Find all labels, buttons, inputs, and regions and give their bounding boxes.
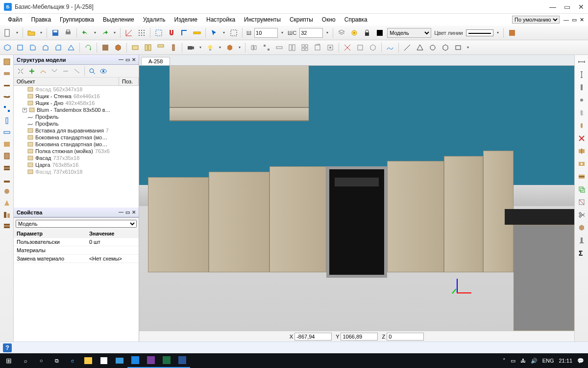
menu-select[interactable]: Выделение xyxy=(99,15,138,24)
vertical-icon[interactable] xyxy=(2,116,12,126)
dowel-icon[interactable] xyxy=(577,121,587,131)
open-button[interactable] xyxy=(26,27,37,38)
remove-op-icon[interactable] xyxy=(577,197,587,207)
profile-icon[interactable] xyxy=(2,92,12,102)
tree-link3-icon[interactable] xyxy=(61,66,71,76)
close-button[interactable]: ✕ xyxy=(578,3,584,11)
panel-pin[interactable]: ▭ xyxy=(125,57,130,62)
view-left-button[interactable] xyxy=(27,42,38,53)
mdi-close[interactable]: ✕ xyxy=(580,17,584,23)
fastener2-icon[interactable] xyxy=(577,95,587,105)
color-swatch[interactable] xyxy=(374,27,385,38)
rect-button[interactable] xyxy=(453,42,464,53)
view-persp-button[interactable] xyxy=(66,42,76,53)
menu-settings[interactable]: Настройка xyxy=(202,15,239,24)
material-wood-button[interactable] xyxy=(100,42,111,53)
panel-close[interactable]: ✕ xyxy=(132,57,136,62)
taskbar-app2[interactable] xyxy=(143,353,159,368)
tray-volume-icon[interactable]: 🔊 xyxy=(531,358,538,364)
render-button[interactable] xyxy=(224,42,235,53)
grid-button[interactable] xyxy=(136,27,147,38)
assembly-icon[interactable] xyxy=(2,210,12,220)
camera-button[interactable] xyxy=(185,42,196,53)
material-box-button[interactable] xyxy=(113,42,123,53)
rotate-view-button[interactable] xyxy=(83,42,94,53)
tree-row[interactable]: Фасад 562x347x18 xyxy=(14,86,139,93)
taskbar-word[interactable] xyxy=(174,353,190,368)
board-icon[interactable] xyxy=(2,69,12,79)
scissors-icon[interactable] xyxy=(577,210,587,220)
part-4-button[interactable] xyxy=(168,42,179,53)
coord-z[interactable] xyxy=(387,333,424,341)
part-3-button[interactable] xyxy=(155,42,166,53)
taskbar-edge[interactable]: e xyxy=(65,353,80,368)
tree-link2-icon[interactable] xyxy=(49,66,59,76)
drawer-icon[interactable] xyxy=(2,163,12,173)
part-2-button[interactable] xyxy=(143,42,153,53)
taskbar-cortana[interactable]: ○ xyxy=(33,353,49,368)
mdi-minimize[interactable]: — xyxy=(564,17,569,23)
align-button[interactable] xyxy=(274,42,285,53)
panel-minimize[interactable]: — xyxy=(119,57,123,62)
door-icon[interactable] xyxy=(2,151,12,161)
array-button[interactable] xyxy=(261,42,272,53)
menu-help[interactable]: Справка xyxy=(341,15,371,24)
tray-up-icon[interactable]: ˄ xyxy=(503,358,506,364)
minimize-button[interactable]: — xyxy=(549,3,556,11)
groove-icon[interactable] xyxy=(577,172,587,182)
menu-tools[interactable]: Инструменты xyxy=(240,15,285,24)
tree-link1-icon[interactable] xyxy=(38,66,48,76)
delete-fastener-icon[interactable] xyxy=(577,133,587,143)
material-button[interactable] xyxy=(507,27,517,38)
ws-input[interactable] xyxy=(299,28,323,38)
view-right-button[interactable] xyxy=(53,42,64,53)
tree-row[interactable]: Профиль xyxy=(14,113,139,120)
new-file-button[interactable] xyxy=(2,27,13,38)
edge-icon[interactable] xyxy=(2,80,12,90)
split-button[interactable] xyxy=(299,42,310,53)
structure-tree[interactable]: Фасад 562x347x18Ящик - Стенка 68x446x16Я… xyxy=(14,86,139,208)
model-select[interactable]: Модель xyxy=(387,28,431,38)
hexagon-button[interactable] xyxy=(440,42,451,53)
triangle-button[interactable] xyxy=(415,42,425,53)
prop-value[interactable]: 0 шт xyxy=(86,238,139,246)
plinth-icon[interactable] xyxy=(2,175,12,184)
tree-row[interactable]: Ящик - Дно 492x458x16 xyxy=(14,100,139,106)
document-tab[interactable]: A-258 xyxy=(141,57,170,65)
open-dropdown[interactable]: ▾ xyxy=(39,30,44,35)
view-top-button[interactable] xyxy=(40,42,51,53)
marquee-button[interactable] xyxy=(228,27,239,38)
cone-icon[interactable] xyxy=(2,198,12,208)
tray-lang[interactable]: ENG xyxy=(542,358,554,364)
view-iso-button[interactable] xyxy=(2,42,13,53)
isolate-button[interactable] xyxy=(355,42,366,53)
coord-y[interactable] xyxy=(341,333,378,341)
tree-row[interactable]: Полка стяжная (мойка) 763x6 xyxy=(14,148,139,155)
ortho-button[interactable] xyxy=(179,27,190,38)
tree-row[interactable]: Боковина стандартная (мо… xyxy=(14,134,139,141)
magnet-button[interactable] xyxy=(166,27,177,38)
tree-zoom-icon[interactable] xyxy=(87,66,97,76)
new-dropdown[interactable]: ▾ xyxy=(15,30,20,35)
taskbar-store[interactable] xyxy=(96,353,112,368)
line-style-select[interactable] xyxy=(466,29,493,36)
taskbar-search[interactable]: ⌕ xyxy=(18,353,33,368)
dim-h-icon[interactable] xyxy=(577,57,587,67)
help-button[interactable]: ? xyxy=(3,343,12,352)
tree-col-object[interactable]: Объект xyxy=(14,78,119,85)
horizontal-icon[interactable] xyxy=(2,128,12,137)
light-button[interactable] xyxy=(205,42,216,53)
tree-row[interactable]: Фасад 737x610x18 xyxy=(14,168,139,175)
pointer-button[interactable] xyxy=(209,27,220,38)
taskbar-explorer[interactable] xyxy=(80,353,96,368)
tree-row[interactable]: Боковина стандартная (мо… xyxy=(14,141,139,148)
prop-value[interactable]: <Нет схемы> xyxy=(86,255,139,263)
menu-file[interactable]: Файл xyxy=(4,15,26,24)
measure-button[interactable] xyxy=(192,27,202,38)
print-button[interactable] xyxy=(63,27,74,38)
sigma-icon[interactable]: Σ xyxy=(577,248,587,258)
fastener-list-icon[interactable] xyxy=(577,236,587,245)
tray-battery-icon[interactable]: ▭ xyxy=(511,358,515,364)
coord-x[interactable] xyxy=(294,333,332,341)
save-button[interactable] xyxy=(50,27,61,38)
